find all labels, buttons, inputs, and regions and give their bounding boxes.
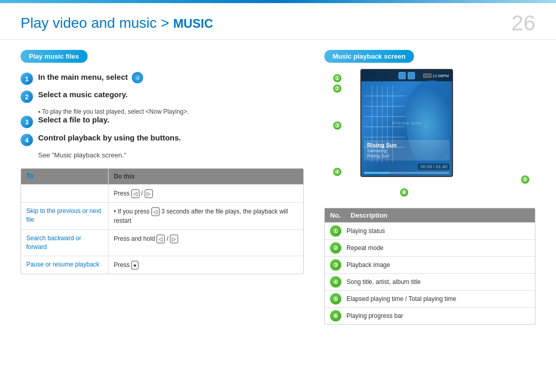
step-3-number: 3 (21, 116, 33, 128)
table-row: Search backward or forward Press and hol… (21, 229, 303, 256)
step-1-text: In the main menu, select (38, 73, 130, 81)
step-2-sub: To play the file you last played, select… (38, 108, 304, 115)
table-row: Skip to the previous or next file • If y… (21, 202, 303, 229)
table-cell-to-4: Pause or resume playback (21, 256, 109, 274)
desc-num-4: ④ (330, 276, 341, 288)
step-4-text: Control playback by using the buttons. (38, 133, 181, 142)
screen-time: 11:08PM (432, 74, 449, 78)
desc-text-2: Repeat mode (346, 244, 384, 252)
desc-num-1: ① (330, 225, 341, 237)
fret-1 (364, 96, 405, 96)
steps-list: 1 In the main menu, select 2 Select a mu… (21, 72, 304, 159)
phone-mockup-area: ① ② 11:08PM (324, 69, 535, 203)
desc-row-3: ③ Playback image (325, 256, 535, 273)
desc-num-6: ⑥ (330, 310, 341, 322)
desc-text-1: Playing status (346, 227, 385, 235)
screen-progress-fill (364, 172, 390, 174)
desc-row-1: ① Playing status (325, 222, 535, 239)
screen-status-bar: 11:08PM (361, 70, 452, 81)
desc-num-3: ③ (330, 259, 341, 271)
phone-screen: 11:08PM (360, 69, 453, 177)
step-3: 3 Select a file to play. (21, 115, 304, 128)
fret-3 (364, 116, 405, 117)
step-2: 2 Select a music category. (21, 90, 304, 103)
table-cell-to-1 (21, 185, 109, 202)
table-cell-to-2: Skip to the previous or next file (21, 203, 109, 229)
callout-5: ⑤ (520, 174, 530, 185)
description-table: No. Description ① Playing status ② Repea… (324, 208, 535, 325)
callout-2: ② (332, 83, 342, 94)
callout-6: ⑥ (399, 187, 409, 198)
battery-icon (423, 74, 431, 78)
right-column: Music playback screen ① ② 11:08PM (324, 50, 535, 325)
song-artist-screen: Samsung (367, 148, 446, 153)
music-menu-icon (132, 72, 143, 83)
desc-row-2: ② Repeat mode (325, 239, 535, 256)
table-cell-do-4: Press ● (109, 256, 303, 274)
callout-1: ① (332, 73, 342, 83)
btn-left-hold-icon: ◁ (157, 235, 165, 243)
screen-icon-2 (408, 72, 415, 79)
play-music-files-badge: Play music files (21, 50, 88, 63)
table-header: To Do this (21, 169, 303, 184)
table-row: Press ◁ / ▷ (21, 184, 303, 202)
playback-screen-badge: Music playback screen (324, 50, 414, 63)
step-3-text: Select a file to play. (38, 115, 109, 124)
controls-table: To Do this Press ◁ / ▷ Skip to the previ… (21, 168, 304, 274)
btn-right-hold-icon: ▷ (170, 235, 178, 243)
song-title-screen: Rising Sun (367, 142, 446, 148)
desc-row-6: ⑥ Playing progress bar (325, 307, 535, 324)
main-content: Play music files 1 In the main menu, sel… (0, 40, 556, 335)
btn-left-icon-2: ◁ (151, 207, 160, 216)
table-cell-do-3: Press and hold ◁ / ▷ (109, 230, 303, 256)
btn-left-icon: ◁ (131, 189, 140, 198)
desc-header-desc: Description (351, 211, 388, 219)
step-2-text: Select a music category. (38, 90, 128, 99)
desc-row-4: ④ Song title, artist, album title (325, 273, 535, 290)
btn-select-icon: ● (131, 261, 138, 270)
callout-4: ④ (332, 167, 342, 177)
desc-text-5: Elapsed playing time / Total playing tim… (346, 295, 456, 302)
table-col-to: To (21, 169, 109, 184)
desc-table-header: No. Description (325, 208, 535, 222)
desc-header-no: No. (330, 211, 345, 219)
header: Play video and music > MUSIC 26 (0, 3, 556, 40)
screen-icon-1 (398, 72, 406, 79)
desc-text-4: Song title, artist, album title (346, 278, 421, 286)
table-cell-do-1: Press ◁ / ▷ (109, 185, 303, 202)
left-column: Play music files 1 In the main menu, sel… (21, 50, 304, 325)
rising-sun-watermark: RISING SUN (392, 121, 422, 126)
btn-right-icon: ▷ (145, 189, 153, 198)
screen-progress-bar (364, 172, 449, 174)
desc-num-5: ⑤ (330, 293, 341, 305)
page-number: 26 (511, 12, 535, 34)
table-cell-do-2: • If you press ◁ 3 seconds after the fil… (109, 203, 303, 229)
fret-5 (364, 137, 405, 137)
desc-row-5: ⑤ Elapsed playing time / Total playing t… (325, 290, 535, 307)
fret-4 (364, 127, 405, 127)
fret-2 (364, 106, 405, 106)
step-4-sub: See "Music playback screen." (38, 151, 304, 159)
step-4-number: 4 (21, 134, 33, 146)
table-col-do: Do this (109, 169, 303, 184)
desc-num-2: ② (330, 242, 341, 254)
desc-text-6: Playing progress bar (346, 312, 403, 319)
screen-song-info: Rising Sun Samsung Rising Sun (364, 140, 449, 161)
step-2-number: 2 (21, 91, 33, 103)
step-4: 4 Control playback by using the buttons. (21, 133, 304, 146)
desc-text-3: Playback image (346, 261, 390, 269)
page-title: Play video and music > MUSIC (21, 15, 213, 31)
callout-3: ③ (332, 120, 342, 131)
table-row: Pause or resume playback Press ● (21, 256, 303, 274)
song-album-screen: Rising Sun (367, 153, 446, 158)
screen-elapsed-time: 00:09 / 01:40 (418, 164, 449, 170)
step-1-number: 1 (21, 73, 33, 85)
step-1: 1 In the main menu, select (21, 72, 304, 85)
table-cell-to-3: Search backward or forward (21, 230, 109, 256)
